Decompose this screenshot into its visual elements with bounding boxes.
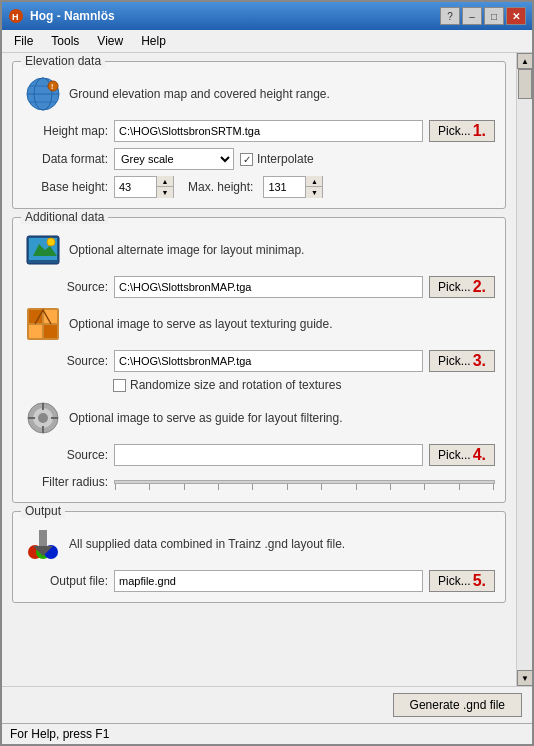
filter-icon-cell <box>23 398 63 438</box>
texture-source-input[interactable] <box>114 350 423 372</box>
main-window: H Hog - Namnlös ? – □ ✕ File Tools View … <box>0 0 534 746</box>
data-format-row: Data format: Grey scale Interpolate <box>23 148 495 170</box>
scroll-down-button[interactable]: ▼ <box>517 670 532 686</box>
texture-description-row: Optional image to serve as layout textur… <box>23 304 495 344</box>
filter-description-row: Optional image to serve as guide for lay… <box>23 398 495 438</box>
statusbar-text: For Help, press F1 <box>10 727 109 741</box>
height-range-row: Base height: 43 ▲ ▼ Max. height: 131 <box>23 176 495 198</box>
svg-point-12 <box>47 238 55 246</box>
elevation-data-group: Elevation data ! <box>12 61 506 209</box>
slider-mark <box>218 484 219 490</box>
filter-description: Optional image to serve as guide for lay… <box>69 411 495 425</box>
scrollbar: ▲ ▼ <box>516 53 532 686</box>
output-file-input[interactable] <box>114 570 423 592</box>
randomize-checkbox-row: Randomize size and rotation of textures <box>113 378 341 392</box>
elevation-group-label: Elevation data <box>21 54 105 68</box>
height-map-label: Height map: <box>23 124 108 138</box>
max-height-spinner[interactable]: 131 ▲ ▼ <box>263 176 323 198</box>
base-height-down[interactable]: ▼ <box>157 187 173 198</box>
output-description: All supplied data combined in Trainz .gn… <box>69 537 495 551</box>
scroll-area: Elevation data ! <box>2 53 516 686</box>
minimap-description: Optional alternate image for layout mini… <box>69 243 495 257</box>
minimap-icon <box>25 232 61 268</box>
elevation-group-content: ! Ground elevation map and covered heigh… <box>23 74 495 198</box>
slider-mark <box>184 484 185 490</box>
max-height-label: Max. height: <box>188 180 253 194</box>
svg-text:!: ! <box>51 83 53 90</box>
slider-mark <box>115 484 116 490</box>
output-group-label: Output <box>21 504 65 518</box>
interpolate-label: Interpolate <box>257 152 314 166</box>
menu-view[interactable]: View <box>89 32 131 50</box>
close-button[interactable]: ✕ <box>506 7 526 25</box>
additional-group-label: Additional data <box>21 210 108 224</box>
titlebar-left: H Hog - Namnlös <box>8 8 115 24</box>
filter-source-input[interactable] <box>114 444 423 466</box>
max-height-down[interactable]: ▼ <box>306 187 322 198</box>
main-content: Elevation data ! <box>2 53 532 686</box>
window-title: Hog - Namnlös <box>30 9 115 23</box>
slider-mark <box>459 484 460 490</box>
minimap-source-label: Source: <box>23 280 108 294</box>
svg-text:H: H <box>12 12 19 22</box>
output-group-content: All supplied data combined in Trainz .gn… <box>23 524 495 592</box>
output-description-row: All supplied data combined in Trainz .gn… <box>23 524 495 564</box>
menu-tools[interactable]: Tools <box>43 32 87 50</box>
scrollbar-thumb[interactable] <box>518 69 532 99</box>
base-height-spinner[interactable]: 43 ▲ ▼ <box>114 176 174 198</box>
max-height-up[interactable]: ▲ <box>306 176 322 187</box>
texture-source-label: Source: <box>23 354 108 368</box>
interpolate-checkbox[interactable] <box>240 153 253 166</box>
base-height-value: 43 <box>115 181 156 193</box>
svg-point-20 <box>38 413 48 423</box>
minimap-source-row: Source: Pick...2. <box>23 276 495 298</box>
minimize-button[interactable]: – <box>462 7 482 25</box>
minimap-source-input[interactable] <box>114 276 423 298</box>
texture-source-row: Source: Pick...3. <box>23 350 495 372</box>
filter-pick-button[interactable]: Pick...4. <box>429 444 495 466</box>
slider-mark <box>287 484 288 490</box>
minimap-description-row: Optional alternate image for layout mini… <box>23 230 495 270</box>
base-height-up[interactable]: ▲ <box>157 176 173 187</box>
texture-icon-cell <box>23 304 63 344</box>
minimap-pick-button[interactable]: Pick...2. <box>429 276 495 298</box>
slider-mark <box>493 484 494 490</box>
texture-pick-button[interactable]: Pick...3. <box>429 350 495 372</box>
slider-marks <box>115 484 494 490</box>
generate-button[interactable]: Generate .gnd file <box>393 693 522 717</box>
max-height-value: 131 <box>264 181 305 193</box>
filter-source-label: Source: <box>23 448 108 462</box>
max-height-arrows: ▲ ▼ <box>305 176 322 198</box>
output-pick-button[interactable]: Pick...5. <box>429 570 495 592</box>
maximize-button[interactable]: □ <box>484 7 504 25</box>
data-format-label: Data format: <box>23 152 108 166</box>
globe-icon: ! <box>25 76 61 112</box>
filter-radius-slider[interactable] <box>114 472 495 492</box>
height-map-row: Height map: Pick...1. <box>23 120 495 142</box>
output-icon-cell <box>23 524 63 564</box>
interpolate-checkbox-row: Interpolate <box>240 152 314 166</box>
output-file-row: Output file: Pick...5. <box>23 570 495 592</box>
menu-help[interactable]: Help <box>133 32 174 50</box>
height-map-input[interactable] <box>114 120 423 142</box>
texture-description: Optional image to serve as layout textur… <box>69 317 495 331</box>
help-button[interactable]: ? <box>440 7 460 25</box>
slider-mark <box>321 484 322 490</box>
elevation-icon-cell: ! <box>23 74 63 114</box>
output-file-label: Output file: <box>23 574 108 588</box>
base-height-arrows: ▲ ▼ <box>156 176 173 198</box>
randomize-label: Randomize size and rotation of textures <box>130 378 341 392</box>
elevation-description-row: ! Ground elevation map and covered heigh… <box>23 74 495 114</box>
data-format-select[interactable]: Grey scale <box>114 148 234 170</box>
slider-track <box>114 480 495 484</box>
menubar: File Tools View Help <box>2 30 532 53</box>
slider-mark <box>149 484 150 490</box>
height-map-pick-button[interactable]: Pick...1. <box>429 120 495 142</box>
filter-radius-label: Filter radius: <box>23 475 108 489</box>
scrollbar-track[interactable] <box>517 69 532 670</box>
randomize-checkbox[interactable] <box>113 379 126 392</box>
menu-file[interactable]: File <box>6 32 41 50</box>
scroll-up-button[interactable]: ▲ <box>517 53 532 69</box>
elevation-description: Ground elevation map and covered height … <box>69 87 495 101</box>
slider-mark <box>356 484 357 490</box>
